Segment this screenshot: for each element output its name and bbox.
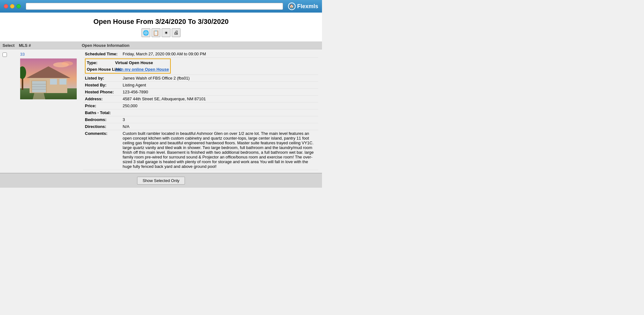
bedrooms-label: Bedrooms: [83, 116, 121, 123]
hosted-phone-value: 123-456-7890 [121, 89, 318, 96]
hosted-phone-label: Hosted Phone: [83, 89, 121, 96]
scheduled-value: Friday, March 27, 2020 09:00 AM to 09:00… [121, 51, 318, 58]
listed-by-value: James Walsh of FBS Office 2 (fbs01) [121, 75, 318, 82]
baths-row: Baths - Total: [83, 109, 318, 116]
type-row: Type: Virtual Open House Open House Link… [83, 58, 318, 75]
scheduled-row: Scheduled Time: Friday, March 27, 2020 0… [83, 51, 318, 58]
maximize-button[interactable] [16, 4, 21, 8]
mls-cell: 33 [19, 49, 82, 173]
comments-row: Comments: Custom built rambler located i… [83, 130, 318, 170]
price-row: Price: 250,000 [83, 102, 318, 109]
toolbar: 🌐 📋 ✴ 🖨 [0, 26, 322, 40]
close-button[interactable] [4, 4, 8, 8]
address-row: Address: 4587 44th Street SE, Albuquerqu… [83, 96, 318, 102]
svg-rect-12 [59, 79, 66, 85]
logo-text: Flexmls [297, 3, 318, 10]
info-column-header: Open House Information [82, 43, 322, 48]
hosted-by-row: Hosted By: Listing Agent [83, 82, 318, 89]
main-content: Select MLS # Open House Information 33 [0, 42, 322, 173]
directions-row: Directions: N/A [83, 123, 318, 130]
virtual-open-house-box: Type: Virtual Open House Open House Link… [85, 58, 171, 74]
select-checkbox[interactable] [3, 52, 7, 57]
bedrooms-value: 3 [121, 116, 318, 123]
logo-icon: 🏠 [288, 3, 296, 10]
listed-by-row: Listed by: James Walsh of FBS Office 2 (… [83, 75, 318, 82]
link-subrow: Open House Link: Join my online Open Hou… [87, 67, 169, 72]
listing-info-cell: Scheduled Time: Friday, March 27, 2020 0… [82, 49, 322, 173]
price-value: 250,000 [121, 102, 318, 109]
listed-by-label: Listed by: [83, 75, 121, 82]
table-row: 33 [0, 49, 322, 173]
titlebar: 🏠 Flexmls [0, 0, 322, 13]
select-column-header: Select [0, 43, 19, 48]
price-label: Price: [83, 102, 121, 109]
export-icon[interactable]: ✴ [162, 28, 170, 37]
globe-icon[interactable]: 🌐 [142, 28, 150, 37]
page-heading: Open House From 3/24/2020 To 3/30/2020 🌐… [0, 13, 322, 42]
type-subrow: Type: Virtual Open House [87, 60, 169, 65]
address-label: Address: [83, 96, 121, 102]
minimize-button[interactable] [10, 4, 14, 8]
baths-label: Baths - Total: [83, 109, 121, 116]
select-cell [0, 49, 19, 173]
comments-label: Comments: [83, 130, 121, 170]
mls-number-link[interactable]: 33 [20, 52, 80, 57]
footer: Show Selected Only [0, 173, 322, 188]
voh-inner: Type: Virtual Open House Open House Link… [87, 60, 169, 72]
show-selected-button[interactable]: Show Selected Only [137, 177, 185, 185]
page-title: Open House From 3/24/2020 To 3/30/2020 [0, 18, 322, 26]
hosted-phone-row: Hosted Phone: 123-456-7890 [83, 89, 318, 96]
svg-point-2 [62, 61, 73, 66]
baths-value [121, 109, 318, 116]
svg-rect-11 [50, 79, 57, 85]
hosted-by-value: Listing Agent [121, 82, 318, 89]
directions-value: N/A [121, 123, 318, 130]
traffic-lights [4, 4, 21, 8]
flexmls-logo: 🏠 Flexmls [288, 3, 318, 10]
svg-marker-15 [33, 93, 45, 99]
type-value: Virtual Open House [115, 60, 153, 65]
open-house-link[interactable]: Join my online Open House [115, 67, 169, 72]
mls-column-header: MLS # [19, 43, 82, 48]
address-value: 4587 44th Street SE, Albuquerque, NM 871… [121, 96, 318, 102]
type-label: Type: [87, 60, 115, 65]
column-headers: Select MLS # Open House Information [0, 42, 322, 49]
open-house-link-label: Open House Link: [87, 67, 115, 72]
listing-image [20, 58, 77, 99]
directions-label: Directions: [83, 123, 121, 130]
scheduled-label: Scheduled Time: [83, 51, 121, 58]
bedrooms-row: Bedrooms: 3 [83, 116, 318, 123]
comments-value: Custom built rambler located in beautifu… [121, 130, 318, 170]
print-icon[interactable]: 🖨 [172, 28, 180, 37]
copy-icon[interactable]: 📋 [152, 28, 160, 37]
info-table: Scheduled Time: Friday, March 27, 2020 0… [83, 51, 318, 170]
hosted-by-label: Hosted By: [83, 82, 121, 89]
address-bar[interactable] [26, 3, 283, 10]
